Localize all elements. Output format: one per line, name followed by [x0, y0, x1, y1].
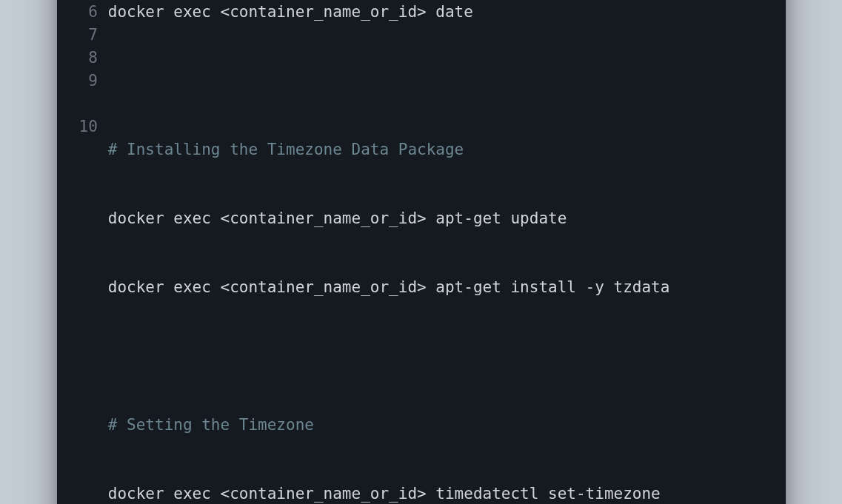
line-number: 7 [79, 24, 98, 47]
line-number: 8 [79, 47, 98, 70]
code-line: docker exec <container_name_or_id> date [108, 1, 764, 24]
code-line: docker exec <container_name_or_id> timed… [108, 483, 764, 504]
code-area: 1 2 3 4 5 6 7 8 9 10 # Identifying the C… [79, 0, 764, 504]
code-comment: # Setting the Timezone [108, 416, 314, 434]
terminal-window: DevOps 1 2 3 4 5 6 7 8 9 10 # Identifyin… [57, 0, 786, 504]
line-number-wrap-pad [79, 93, 98, 115]
line-number: 6 [79, 1, 98, 24]
code-line: docker exec <container_name_or_id> apt-g… [108, 276, 764, 299]
code-line [108, 345, 764, 368]
code-content[interactable]: # Identifying the Current Timezone docke… [108, 0, 764, 504]
line-number: 9 [79, 70, 98, 93]
line-number-gutter: 1 2 3 4 5 6 7 8 9 10 [79, 0, 108, 504]
code-line: docker exec <container_name_or_id> apt-g… [108, 207, 764, 230]
code-line [108, 70, 764, 93]
code-comment: # Installing the Timezone Data Package [108, 141, 464, 158]
line-number: 10 [79, 115, 98, 138]
